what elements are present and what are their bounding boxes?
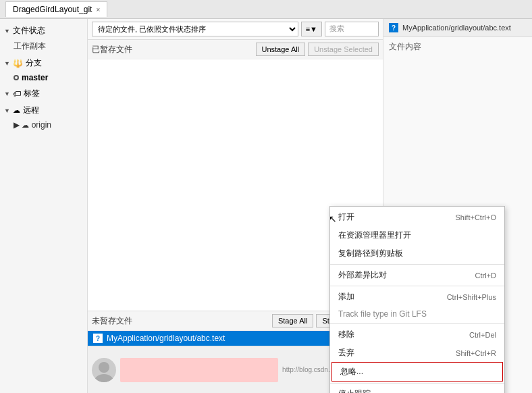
- sidebar-section-tags: ▼ 🏷 标签: [0, 86, 87, 101]
- right-file-path: MyApplication/gridlayout/abc.text: [402, 24, 511, 32]
- arrow-right-icon-tags: ▼: [4, 90, 10, 97]
- file-name-abc: MyApplication/gridlayout/abc.text: [107, 334, 225, 343]
- user-avatar: [92, 358, 116, 382]
- right-content-label: 文件内容: [383, 37, 532, 57]
- cloud-icon: ☁: [13, 106, 20, 115]
- svg-point-0: [99, 362, 109, 373]
- menu-item-打开[interactable]: 打开Shift+Ctrl+O: [330, 208, 504, 226]
- menu-item-shortcut: Shift+Ctrl+O: [455, 213, 496, 221]
- list-icon: ≡: [306, 25, 310, 33]
- menu-separator-12: [330, 383, 504, 384]
- cloud-icon-origin: ☁: [22, 121, 29, 129]
- menu-item-在资源管理器里打开[interactable]: 在资源管理器里打开: [330, 226, 504, 244]
- svg-point-1: [95, 374, 113, 382]
- sidebar-label-branch-text: 分支: [26, 57, 42, 69]
- sidebar-header-remote[interactable]: ▼ ☁ 远程: [0, 103, 87, 118]
- tab-label: DragedGirdLayout_git: [13, 5, 92, 14]
- arrow-down-icon: ▼: [4, 28, 10, 34]
- file-filter-dropdown[interactable]: 待定的文件, 已依照文件状态排序: [92, 22, 298, 36]
- menu-item-移除[interactable]: 移除Ctrl+Del: [330, 325, 504, 344]
- sidebar-label-remote: 远程: [23, 105, 39, 116]
- tab-dragedgirdlayout[interactable]: DragedGirdLayout_git ×: [5, 1, 107, 17]
- sidebar-header-tags[interactable]: ▼ 🏷 标签: [0, 86, 87, 101]
- toolbar: 待定的文件, 已依照文件状态排序 ≡▼ 搜索: [88, 19, 383, 40]
- menu-item-复制路径到剪贴板[interactable]: 复制路径到剪贴板: [330, 244, 504, 263]
- arrow-down-icon-branch: ▼: [4, 60, 10, 67]
- unstaged-title: 未暂存文件: [92, 315, 269, 327]
- list-view-button[interactable]: ≡▼: [301, 22, 322, 36]
- tag-icon: 🏷: [13, 89, 21, 99]
- menu-item-添加[interactable]: 添加Ctrl+Shift+Plus: [330, 288, 504, 306]
- menu-item-label: 复制路径到剪贴板: [338, 248, 403, 259]
- menu-item-label: 移除: [338, 329, 354, 340]
- right-header: ? MyApplication/gridlayout/abc.text: [383, 19, 532, 37]
- staged-toolbar: 已暂存文件 Unstage All Unstage Selected: [88, 40, 383, 59]
- menu-item-label: 添加: [338, 291, 354, 303]
- sidebar-label-branch: 🔱: [13, 59, 23, 68]
- stage-all-button[interactable]: Stage All: [272, 314, 313, 328]
- commit-message-input[interactable]: [120, 358, 278, 382]
- menu-item-label: 丢弃: [338, 347, 354, 359]
- unstage-all-button[interactable]: Unstage All: [256, 43, 306, 56]
- branch-icon: [14, 75, 19, 80]
- sidebar-header-branch[interactable]: ▼ 🔱 分支: [0, 55, 87, 71]
- menu-item-忽略...[interactable]: 忽略...: [331, 362, 503, 382]
- sidebar: ▼ 文件状态 工作副本 ▼ 🔱 分支 master ▼ 🏷 标签: [0, 19, 88, 393]
- file-status-icon: ?: [93, 334, 103, 343]
- menu-item-label: 忽略...: [340, 366, 363, 377]
- sidebar-section-filestatus: ▼ 文件状态 工作副本: [0, 23, 87, 54]
- menu-item-shortcut: Ctrl+D: [475, 271, 496, 280]
- staged-title: 已暂存文件: [92, 44, 253, 55]
- tab-close-button[interactable]: ×: [96, 6, 100, 14]
- right-file-icon: ?: [389, 23, 398, 32]
- menu-separator-3: [330, 264, 504, 265]
- menu-item-丢弃[interactable]: 丢弃Shift+Ctrl+R: [330, 344, 504, 362]
- menu-separator-5: [330, 286, 504, 286]
- menu-item-shortcut: Ctrl+Shift+Plus: [447, 293, 496, 301]
- menu-item-外部差异比对[interactable]: 外部差异比对Ctrl+D: [330, 266, 504, 284]
- menu-item-label: 外部差异比对: [338, 269, 387, 281]
- sidebar-item-origin[interactable]: ▶ ☁ origin: [0, 118, 87, 132]
- menu-item-label: 打开: [338, 211, 354, 223]
- menu-separator-8: [330, 323, 504, 324]
- sidebar-header-filestatus[interactable]: ▼ 文件状态: [0, 23, 87, 38]
- menu-item-label: 在资源管理器里打开: [338, 230, 411, 241]
- sidebar-item-master[interactable]: master: [0, 71, 87, 84]
- sidebar-section-remote: ▼ ☁ 远程 ▶ ☁ origin: [0, 103, 87, 132]
- arrow-down-icon-remote: ▼: [4, 107, 10, 114]
- search-input[interactable]: 搜索: [325, 22, 379, 36]
- unstage-selected-button[interactable]: Unstage Selected: [308, 43, 379, 56]
- sidebar-label-tags: 标签: [24, 88, 40, 99]
- context-menu: 打开Shift+Ctrl+O在资源管理器里打开复制路径到剪贴板外部差异比对Ctr…: [329, 206, 505, 393]
- sidebar-item-workcopy[interactable]: 工作副本: [0, 38, 87, 54]
- menu-item-label: Track file type in Git LFS: [338, 309, 427, 319]
- menu-item-shortcut: Ctrl+Del: [469, 331, 496, 339]
- arrow-right-origin: ▶: [14, 120, 20, 130]
- sidebar-section-branch: ▼ 🔱 分支 master: [0, 55, 87, 84]
- menu-item-停止跟踪[interactable]: 停止跟踪: [330, 385, 504, 393]
- title-bar: DragedGirdLayout_git ×: [0, 0, 532, 19]
- menu-item-label: 停止跟踪: [338, 388, 371, 393]
- menu-item-shortcut: Shift+Ctrl+R: [456, 349, 496, 357]
- menu-item-Track-file-type-in-Git-LFS: Track file type in Git LFS: [330, 306, 504, 322]
- sidebar-label-filestatus: 文件状态: [13, 25, 45, 36]
